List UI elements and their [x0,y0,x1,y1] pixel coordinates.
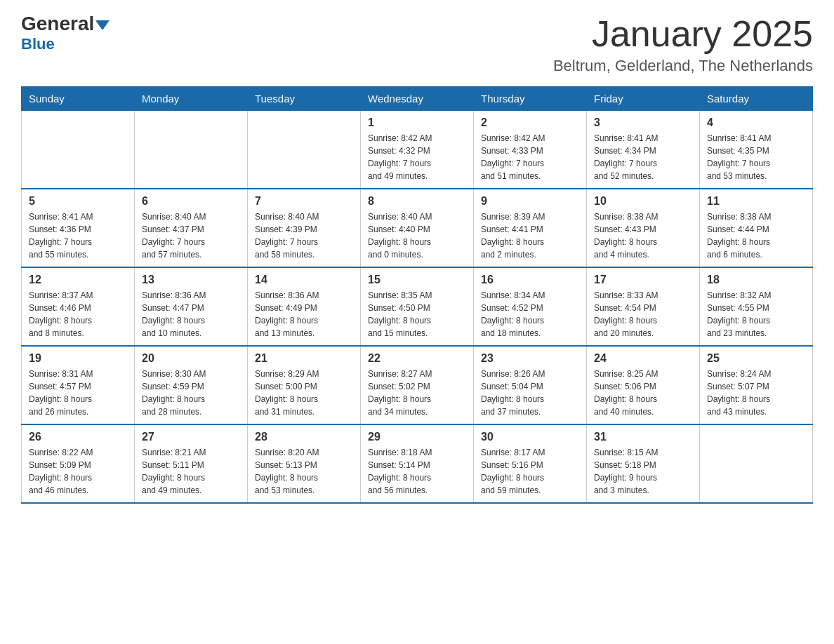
day-info: Sunrise: 8:20 AMSunset: 5:13 PMDaylight:… [255,446,353,497]
day-info: Sunrise: 8:34 AMSunset: 4:52 PMDaylight:… [481,289,579,340]
day-info: Sunrise: 8:17 AMSunset: 5:16 PMDaylight:… [481,446,579,497]
day-number: 19 [29,352,127,365]
calendar-cell: 25Sunrise: 8:24 AMSunset: 5:07 PMDayligh… [700,346,813,424]
calendar-cell: 5Sunrise: 8:41 AMSunset: 4:36 PMDaylight… [22,189,135,267]
calendar-cell: 12Sunrise: 8:37 AMSunset: 4:46 PMDayligh… [22,267,135,346]
day-number: 15 [368,274,466,286]
day-number: 14 [255,274,353,286]
calendar-cell: 10Sunrise: 8:38 AMSunset: 4:43 PMDayligh… [587,189,700,267]
day-number: 11 [707,195,805,208]
calendar-week-row: 5Sunrise: 8:41 AMSunset: 4:36 PMDaylight… [22,189,813,267]
day-info: Sunrise: 8:40 AMSunset: 4:37 PMDaylight:… [142,210,240,261]
calendar-cell: 15Sunrise: 8:35 AMSunset: 4:50 PMDayligh… [361,267,474,346]
calendar-cell: 20Sunrise: 8:30 AMSunset: 4:59 PMDayligh… [135,346,248,424]
column-header-sunday: Sunday [22,87,135,111]
calendar-cell: 29Sunrise: 8:18 AMSunset: 5:14 PMDayligh… [361,424,474,503]
day-number: 10 [594,195,692,208]
day-info: Sunrise: 8:30 AMSunset: 4:59 PMDaylight:… [142,368,240,418]
day-number: 7 [255,195,353,208]
day-number: 9 [481,195,579,208]
day-number: 4 [707,116,805,129]
day-info: Sunrise: 8:31 AMSunset: 4:57 PMDaylight:… [29,368,127,418]
calendar-cell [248,111,361,189]
day-number: 17 [594,274,692,286]
day-info: Sunrise: 8:36 AMSunset: 4:47 PMDaylight:… [142,289,240,340]
day-number: 23 [481,352,579,365]
day-number: 30 [481,431,579,443]
day-info: Sunrise: 8:21 AMSunset: 5:11 PMDaylight:… [142,446,240,497]
calendar-cell: 21Sunrise: 8:29 AMSunset: 5:00 PMDayligh… [248,346,361,424]
calendar-week-row: 12Sunrise: 8:37 AMSunset: 4:46 PMDayligh… [22,267,813,346]
day-info: Sunrise: 8:42 AMSunset: 4:32 PMDaylight:… [368,132,466,182]
day-number: 26 [29,431,127,443]
day-info: Sunrise: 8:41 AMSunset: 4:35 PMDaylight:… [707,132,805,182]
day-info: Sunrise: 8:33 AMSunset: 4:54 PMDaylight:… [594,289,692,340]
logo: General Blue [21,14,110,53]
calendar-cell: 6Sunrise: 8:40 AMSunset: 4:37 PMDaylight… [135,189,248,267]
day-info: Sunrise: 8:22 AMSunset: 5:09 PMDaylight:… [29,446,127,497]
calendar-cell [22,111,135,189]
calendar-cell: 17Sunrise: 8:33 AMSunset: 4:54 PMDayligh… [587,267,700,346]
logo-sub-text: Blue [21,35,55,53]
day-info: Sunrise: 8:42 AMSunset: 4:33 PMDaylight:… [481,132,579,182]
calendar-cell [700,424,813,503]
day-number: 28 [255,431,353,443]
day-info: Sunrise: 8:37 AMSunset: 4:46 PMDaylight:… [29,289,127,340]
column-header-monday: Monday [135,87,248,111]
calendar-cell: 14Sunrise: 8:36 AMSunset: 4:49 PMDayligh… [248,267,361,346]
calendar-table: SundayMondayTuesdayWednesdayThursdayFrid… [21,86,813,504]
calendar-cell: 30Sunrise: 8:17 AMSunset: 5:16 PMDayligh… [474,424,587,503]
logo-triangle-icon [95,20,110,30]
calendar-cell: 18Sunrise: 8:32 AMSunset: 4:55 PMDayligh… [700,267,813,346]
calendar-week-row: 19Sunrise: 8:31 AMSunset: 4:57 PMDayligh… [22,346,813,424]
calendar-week-row: 1Sunrise: 8:42 AMSunset: 4:32 PMDaylight… [22,111,813,189]
day-info: Sunrise: 8:26 AMSunset: 5:04 PMDaylight:… [481,368,579,418]
day-number: 8 [368,195,466,208]
logo-main-text: General [21,14,110,34]
day-number: 5 [29,195,127,208]
day-info: Sunrise: 8:25 AMSunset: 5:06 PMDaylight:… [594,368,692,418]
day-number: 3 [594,116,692,129]
day-number: 16 [481,274,579,286]
day-number: 29 [368,431,466,443]
day-info: Sunrise: 8:38 AMSunset: 4:43 PMDaylight:… [594,210,692,261]
column-header-tuesday: Tuesday [248,87,361,111]
calendar-cell: 31Sunrise: 8:15 AMSunset: 5:18 PMDayligh… [587,424,700,503]
calendar-cell: 23Sunrise: 8:26 AMSunset: 5:04 PMDayligh… [474,346,587,424]
day-info: Sunrise: 8:36 AMSunset: 4:49 PMDaylight:… [255,289,353,340]
day-info: Sunrise: 8:41 AMSunset: 4:34 PMDaylight:… [594,132,692,182]
page-header: General Blue January 2025 Beltrum, Gelde… [21,14,813,75]
column-header-thursday: Thursday [474,87,587,111]
calendar-cell: 2Sunrise: 8:42 AMSunset: 4:33 PMDaylight… [474,111,587,189]
calendar-week-row: 26Sunrise: 8:22 AMSunset: 5:09 PMDayligh… [22,424,813,503]
calendar-cell: 28Sunrise: 8:20 AMSunset: 5:13 PMDayligh… [248,424,361,503]
month-title: January 2025 [553,14,813,54]
calendar-cell: 4Sunrise: 8:41 AMSunset: 4:35 PMDaylight… [700,111,813,189]
day-number: 12 [29,274,127,286]
calendar-cell: 24Sunrise: 8:25 AMSunset: 5:06 PMDayligh… [587,346,700,424]
column-header-wednesday: Wednesday [361,87,474,111]
day-info: Sunrise: 8:39 AMSunset: 4:41 PMDaylight:… [481,210,579,261]
calendar-cell: 16Sunrise: 8:34 AMSunset: 4:52 PMDayligh… [474,267,587,346]
day-number: 27 [142,431,240,443]
column-header-saturday: Saturday [700,87,813,111]
calendar-cell: 26Sunrise: 8:22 AMSunset: 5:09 PMDayligh… [22,424,135,503]
calendar-cell: 22Sunrise: 8:27 AMSunset: 5:02 PMDayligh… [361,346,474,424]
title-block: January 2025 Beltrum, Gelderland, The Ne… [553,14,813,75]
day-info: Sunrise: 8:18 AMSunset: 5:14 PMDaylight:… [368,446,466,497]
day-number: 31 [594,431,692,443]
day-info: Sunrise: 8:27 AMSunset: 5:02 PMDaylight:… [368,368,466,418]
day-info: Sunrise: 8:41 AMSunset: 4:36 PMDaylight:… [29,210,127,261]
day-info: Sunrise: 8:40 AMSunset: 4:39 PMDaylight:… [255,210,353,261]
day-number: 20 [142,352,240,365]
calendar-cell: 13Sunrise: 8:36 AMSunset: 4:47 PMDayligh… [135,267,248,346]
day-number: 21 [255,352,353,365]
day-number: 2 [481,116,579,129]
day-info: Sunrise: 8:24 AMSunset: 5:07 PMDaylight:… [707,368,805,418]
day-info: Sunrise: 8:35 AMSunset: 4:50 PMDaylight:… [368,289,466,340]
calendar-cell: 27Sunrise: 8:21 AMSunset: 5:11 PMDayligh… [135,424,248,503]
calendar-cell: 3Sunrise: 8:41 AMSunset: 4:34 PMDaylight… [587,111,700,189]
calendar-cell: 11Sunrise: 8:38 AMSunset: 4:44 PMDayligh… [700,189,813,267]
calendar-cell: 9Sunrise: 8:39 AMSunset: 4:41 PMDaylight… [474,189,587,267]
calendar-cell: 19Sunrise: 8:31 AMSunset: 4:57 PMDayligh… [22,346,135,424]
